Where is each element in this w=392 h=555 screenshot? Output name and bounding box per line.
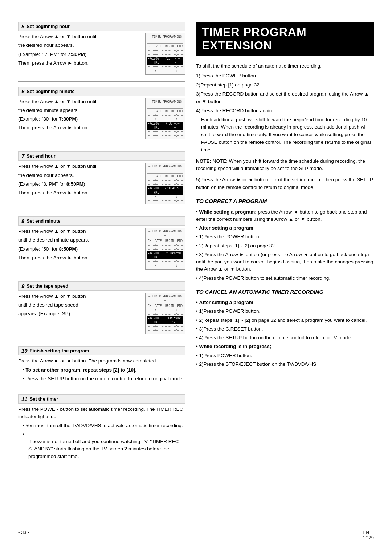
- step-step9-block: 9 Set the tape speedPress the Arrow ▲ or…: [18, 281, 185, 335]
- cancel-step-3: 3)Press the C.RESET button.: [196, 325, 374, 333]
- cancel-section-title: TO CANCEL AN AUTOMATIC TIMER RECORDING: [196, 288, 374, 296]
- after-step-3: 3)Press the Arrow ► button (or press the…: [196, 251, 374, 273]
- step-step7-block: 7 Set end hourPress the Arrow ▲ or ▼ but…: [18, 151, 185, 204]
- right-step5: 5)Press the Arrow ► or ◄ button to exit …: [196, 176, 374, 191]
- step-step6-block: 6 Set beginning minutePress the Arrow ▲ …: [18, 87, 185, 140]
- step-title: Set beginning minute: [26, 89, 74, 94]
- divider-step6: [18, 146, 185, 146]
- step-num: 7: [21, 153, 24, 159]
- right-step1: 1)Press the POWER button.: [196, 72, 374, 80]
- page-footer: - 33 - EN 1C29: [0, 530, 392, 540]
- right-step2: 2)Repeat step [1] on page 32.: [196, 81, 374, 89]
- step-11-title: Set the timer: [30, 396, 58, 402]
- right-body: To shift the time schedule of an automat…: [196, 62, 374, 368]
- step-10-bullet-2: Press the SETUP button on the remote con…: [23, 375, 185, 382]
- divider-10: [18, 341, 185, 341]
- correct-bold-2: After setting a program;: [199, 225, 255, 231]
- step-11-bullet-1: You must turn off the TV/DVD/VHS to acti…: [23, 422, 185, 429]
- page: 5 Set beginning hourPress the Arrow ▲ or…: [0, 0, 392, 555]
- after-step-4: 4)Press the POWER button to set automati…: [196, 275, 374, 282]
- step-step8-content: Press the Arrow ▲ or ▼ buttonuntil the d…: [18, 228, 185, 270]
- step-num: 8: [21, 218, 24, 224]
- while-step-1: 1)Press POWER button.: [196, 352, 374, 359]
- step-step9-content: Press the Arrow ▲ or ▼ buttonuntil the d…: [18, 293, 185, 335]
- step-10-title: Finish setting the program: [30, 348, 89, 353]
- step-step5-content: Press the Arrow ▲ or ▼ button untilthe d…: [18, 33, 185, 75]
- footer-right: EN 1C29: [363, 530, 374, 540]
- footer-lang: EN: [363, 530, 369, 535]
- step-num: 5: [21, 23, 24, 29]
- step-step8-block: 8 Set end minutePress the Arrow ▲ or ▼ b…: [18, 216, 185, 270]
- after-step-2: 2)Repeat steps [1] - [2] on page 32.: [196, 242, 374, 250]
- note-label: NOTE:: [196, 158, 213, 164]
- right-step4: 4)Press the RECORD button again.: [196, 107, 374, 115]
- step-title: Set beginning hour: [26, 24, 69, 29]
- while-recording-bold: While recording is in progress;: [199, 344, 271, 349]
- correct-bullet-2: After setting a program;: [196, 224, 374, 232]
- cancel-step-4: 4)Press the SETUP button on the remote c…: [196, 334, 374, 341]
- intro-text: To shift the time schedule of an automat…: [196, 62, 374, 70]
- step-step5-header: 5 Set beginning hour: [18, 22, 185, 31]
- step-step5-screen: – TIMER PROGRAMMING –CHDATEBEGINEND––/––…: [145, 33, 185, 75]
- step-10-header: 10 Finish setting the program: [18, 346, 185, 355]
- paragraph1: Each additional push will shift forward …: [201, 116, 374, 154]
- step-11-num: 11: [21, 396, 28, 402]
- after-step-1: 1)Press the POWER button.: [196, 233, 374, 240]
- divider-step7: [18, 211, 185, 211]
- step-step7-text: Press the Arrow ▲ or ▼ button untilthe d…: [18, 163, 142, 204]
- note-text: NOTE: When you shift forward the time sc…: [196, 158, 365, 171]
- step-step8-text: Press the Arrow ▲ or ▼ buttonuntil the d…: [18, 228, 142, 270]
- while-step-2: 2)Press the STOP/EJECT button on the TV/…: [196, 361, 374, 368]
- step-11-indent: If power is not turned off and you conti…: [28, 438, 185, 460]
- while-recording-item: While recording is in progress;: [196, 343, 374, 350]
- step-num: 9: [21, 283, 24, 289]
- page-title: TIMER PROGRAM EXTENSION: [196, 22, 374, 56]
- step-step6-header: 6 Set beginning minute: [18, 87, 185, 96]
- left-column: 5 Set beginning hourPress the Arrow ▲ or…: [18, 22, 185, 533]
- step-step9-text: Press the Arrow ▲ or ▼ buttonuntil the d…: [18, 293, 142, 335]
- step-10-bullet-1: To set another program, repeat steps [2]…: [23, 366, 185, 374]
- step-11-header: 11 Set the timer: [18, 394, 185, 404]
- divider-step8: [18, 276, 185, 276]
- step-title: Set the tape speed: [26, 283, 68, 289]
- step-title: Set end minute: [26, 218, 60, 224]
- step-11-bullets: You must turn off the TV/DVD/VHS to acti…: [23, 422, 185, 460]
- while-recording-bullets: While recording is in progress;: [196, 343, 374, 350]
- page-number: - 33 -: [18, 530, 29, 540]
- correct-bullet-1: While setting a program; press the Arrow…: [196, 208, 374, 223]
- step-step9-header: 9 Set the tape speed: [18, 281, 185, 291]
- right-column: TIMER PROGRAM EXTENSION To shift the tim…: [196, 22, 374, 533]
- step-11-text: Press the POWER button to set automatic …: [18, 406, 185, 460]
- after-setting-list: 1)Press the POWER button. 2)Repeat steps…: [196, 233, 374, 282]
- step-step7-header: 7 Set end hour: [18, 151, 185, 161]
- step-step8-screen: – TIMER PROGRAMMING –CHDATEBEGINEND––/––…: [145, 228, 185, 270]
- footer-code: 1C29: [363, 535, 374, 540]
- cancel-step-1: 1)Press the POWER button.: [196, 308, 374, 315]
- cancel-step-2: 2)Repeat steps [1] ~ [2] on page 32 and …: [196, 317, 374, 324]
- step-step6-text: Press the Arrow ▲ or ▼ button untilthe d…: [18, 98, 142, 140]
- divider-step5: [18, 81, 185, 82]
- step-10-num: 10: [21, 348, 28, 354]
- steps-section: 5 Set beginning hourPress the Arrow ▲ or…: [18, 22, 185, 334]
- step-10-block: 10 Finish setting the program Press the …: [18, 346, 185, 382]
- cancel-bullets: After setting a program;: [196, 299, 374, 306]
- step-10-text: Press the Arrow ► or ◄ button. The progr…: [18, 357, 185, 382]
- step-11-bullet-2: If power is not turned off and you conti…: [23, 431, 185, 460]
- step-step6-screen: – TIMER PROGRAMMING –CHDATEBEGINEND––/––…: [145, 98, 185, 140]
- step-step8-header: 8 Set end minute: [18, 216, 185, 226]
- step-step5-text: Press the Arrow ▲ or ▼ button untilthe d…: [18, 33, 142, 75]
- right-step3: 3)Press the RECORD button and select the…: [196, 90, 374, 106]
- step-step6-content: Press the Arrow ▲ or ▼ button untilthe d…: [18, 98, 185, 140]
- underline-text: on the TV/DVD/VHS: [272, 361, 316, 367]
- cancel-after-setting: After setting a program;: [196, 299, 374, 306]
- cancel-bold: After setting a program;: [199, 300, 255, 305]
- correct-section-title: TO CORRECT A PROGRAM: [196, 197, 374, 205]
- divider-11: [18, 389, 185, 389]
- step-step7-screen: – TIMER PROGRAMMING –CHDATEBEGINEND––/––…: [145, 163, 185, 204]
- cancel-steps-list: 1)Press the POWER button. 2)Repeat steps…: [196, 308, 374, 341]
- step-11-block: 11 Set the timer Press the POWER button …: [18, 394, 185, 460]
- step-num: 6: [21, 88, 24, 94]
- step-10-bullets: To set another program, repeat steps [2]…: [23, 366, 185, 383]
- step-step5-block: 5 Set beginning hourPress the Arrow ▲ or…: [18, 22, 185, 75]
- correct-bold-1: While setting a program;: [199, 209, 256, 215]
